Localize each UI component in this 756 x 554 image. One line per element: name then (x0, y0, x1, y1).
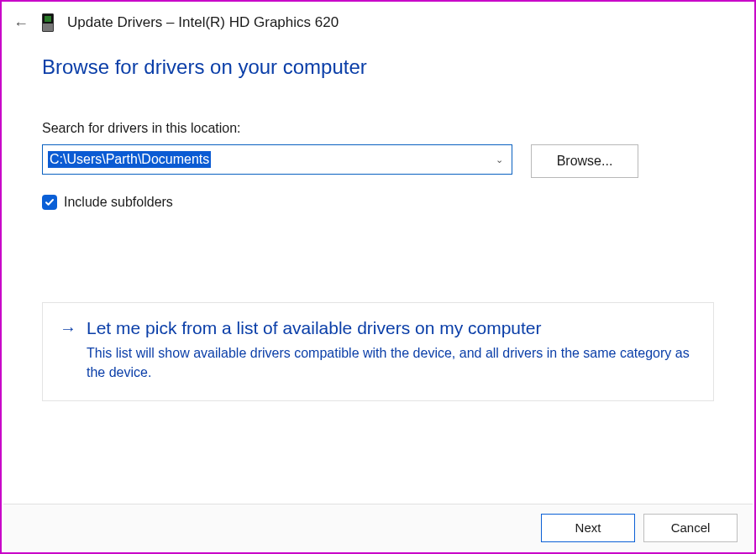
location-combobox[interactable]: C:\Users\Parth\Documents ⌄ (42, 144, 512, 175)
dialog-footer: Next Cancel (3, 504, 753, 551)
device-icon (42, 13, 54, 32)
chevron-down-icon: ⌄ (496, 154, 503, 165)
include-subfolders-label[interactable]: Include subfolders (64, 195, 173, 210)
page-heading: Browse for drivers on your computer (2, 32, 754, 79)
checkmark-icon (45, 197, 55, 207)
location-label: Search for drivers in this location: (42, 121, 714, 136)
dialog-header: ← Update Drivers – Intel(R) HD Graphics … (2, 2, 754, 32)
location-value: C:\Users\Parth\Documents (48, 151, 211, 168)
next-button[interactable]: Next (541, 514, 635, 542)
include-subfolders-checkbox[interactable] (42, 195, 57, 210)
window-title: Update Drivers – Intel(R) HD Graphics 62… (67, 14, 339, 31)
back-arrow-icon[interactable]: ← (13, 16, 29, 31)
arrow-right-icon: → (60, 320, 76, 337)
pick-option-description: This list will show available drivers co… (60, 343, 696, 382)
cancel-button[interactable]: Cancel (643, 514, 738, 542)
browse-button[interactable]: Browse... (531, 144, 638, 178)
pick-option-title: Let me pick from a list of available dri… (87, 318, 542, 338)
pick-from-list-option[interactable]: → Let me pick from a list of available d… (42, 302, 714, 401)
